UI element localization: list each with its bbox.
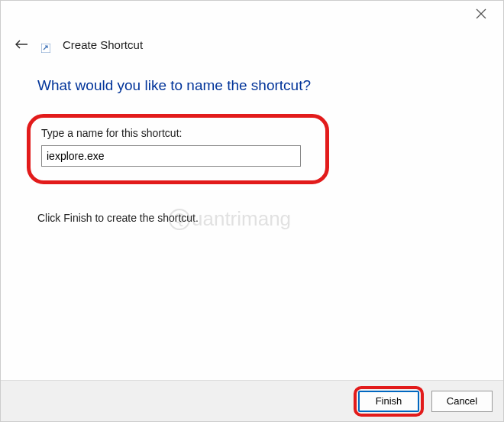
finish-button-highlight: Finish [354,386,424,417]
cancel-button[interactable]: Cancel [431,391,493,412]
footer: Finish Cancel [1,380,503,421]
back-arrow-icon [15,39,28,50]
close-button[interactable] [476,8,489,22]
name-input-label: Type a name for this shortcut: [41,127,315,139]
finish-button[interactable]: Finish [358,391,419,412]
shortcut-name-input[interactable] [41,145,301,167]
back-button[interactable] [14,37,29,52]
content-area: What would you like to name the shortcut… [1,53,503,224]
shortcut-overlay-icon [41,42,52,53]
svg-rect-3 [41,44,50,53]
window-title: Create Shortcut [63,38,143,51]
page-heading: What would you like to name the shortcut… [37,77,467,94]
header: Create Shortcut [1,1,503,53]
instruction-text: Click Finish to create the shortcut. [37,212,467,224]
close-icon [476,8,486,19]
name-input-highlight: Type a name for this shortcut: [27,114,329,184]
